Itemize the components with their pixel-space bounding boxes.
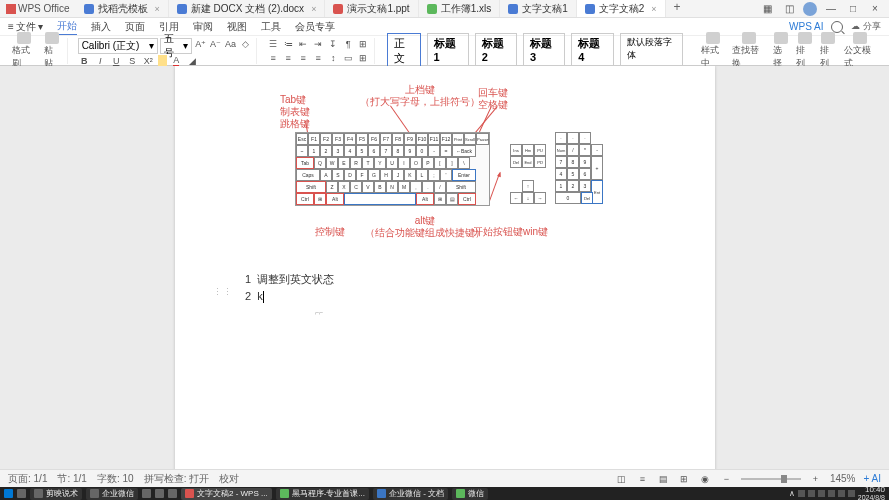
status-proof[interactable]: 校对 bbox=[219, 472, 239, 486]
taskbar-item[interactable]: 剪映说术 bbox=[30, 488, 82, 500]
paste-button[interactable]: 格式刷 bbox=[10, 32, 39, 70]
close-icon[interactable]: × bbox=[155, 4, 160, 14]
tab-template[interactable]: 找稻壳模板× bbox=[76, 0, 169, 17]
doc-line: 2k bbox=[245, 288, 334, 305]
style-h4[interactable]: 标题 4 bbox=[571, 33, 613, 69]
shading-button[interactable]: ▭ bbox=[342, 52, 355, 65]
menu-view[interactable]: 视图 bbox=[227, 20, 247, 34]
clock-time[interactable]: 10:40 bbox=[858, 486, 885, 494]
view-mode-icon[interactable]: ≡ bbox=[636, 472, 649, 485]
tray-icon[interactable] bbox=[798, 490, 805, 497]
style-h1[interactable]: 标题 1 bbox=[427, 33, 469, 69]
style-h2[interactable]: 标题 2 bbox=[475, 33, 517, 69]
taskbar-icon[interactable] bbox=[168, 489, 177, 498]
taskbar-item[interactable]: 文字文稿2 - WPS ... bbox=[181, 488, 272, 500]
tray-icon[interactable]: ∧ bbox=[789, 489, 795, 498]
align-center-button[interactable]: ≡ bbox=[282, 52, 295, 65]
taskbar-item[interactable]: 企业微信 - 文档 bbox=[373, 488, 448, 500]
style-pane-button[interactable]: 样式中 bbox=[699, 32, 728, 70]
tab-doc2[interactable]: 文字文稿2× bbox=[577, 0, 666, 17]
menu-review[interactable]: 审阅 bbox=[193, 20, 213, 34]
taskbar-icon[interactable] bbox=[155, 489, 164, 498]
arrange2-button[interactable]: 排列 bbox=[818, 32, 839, 70]
line-spacing-button[interactable]: ↕ bbox=[327, 52, 340, 65]
tray-icon[interactable] bbox=[828, 490, 835, 497]
style-normal[interactable]: 正文 bbox=[387, 33, 421, 69]
zoom-slider[interactable] bbox=[741, 478, 801, 480]
tabs-button[interactable]: ⊞ bbox=[357, 38, 370, 51]
zoom-in-button[interactable]: + bbox=[809, 472, 822, 485]
borders-button[interactable]: ⊞ bbox=[357, 52, 370, 65]
shrink-font-button[interactable]: A⁻ bbox=[209, 38, 222, 51]
para-mark-button[interactable]: ¶ bbox=[342, 38, 355, 51]
arrange1-button[interactable]: 排列 bbox=[794, 32, 815, 70]
menu-member[interactable]: 会员专享 bbox=[295, 20, 335, 34]
zoom-out-button[interactable]: − bbox=[720, 472, 733, 485]
taskbar-icon[interactable] bbox=[142, 489, 151, 498]
numbering-button[interactable]: ≔ bbox=[282, 38, 295, 51]
tab-doc1[interactable]: 文字文稿1 bbox=[500, 0, 577, 17]
tray-icon[interactable] bbox=[808, 490, 815, 497]
view-mode-icon[interactable]: ▤ bbox=[657, 472, 670, 485]
close-icon[interactable]: × bbox=[651, 4, 656, 14]
bullets-button[interactable]: ☰ bbox=[267, 38, 280, 51]
view-mode-icon[interactable]: ⊞ bbox=[678, 472, 691, 485]
indent-dec-button[interactable]: ⇤ bbox=[297, 38, 310, 51]
screenshot-icon[interactable]: ◫ bbox=[781, 1, 797, 17]
font-size-select[interactable]: 五号▾ bbox=[160, 38, 193, 54]
search-icon[interactable] bbox=[17, 489, 26, 498]
text-cursor bbox=[263, 291, 264, 303]
status-page[interactable]: 页面: 1/1 bbox=[8, 472, 47, 486]
maximize-button[interactable]: □ bbox=[845, 1, 861, 17]
style-default[interactable]: 默认段落字体 bbox=[620, 33, 683, 69]
align-right-button[interactable]: ≡ bbox=[297, 52, 310, 65]
menu-tools[interactable]: 工具 bbox=[261, 20, 281, 34]
taskbar-item[interactable]: 黑马程序-专业首课... bbox=[276, 488, 369, 500]
style-h3[interactable]: 标题 3 bbox=[523, 33, 565, 69]
minimize-button[interactable]: — bbox=[823, 1, 839, 17]
document-area: Tab键制表键跳格键 上档键（打大写字母，上排符号） 回车键空格键 控制键 al… bbox=[0, 66, 889, 482]
align-left-button[interactable]: ≡ bbox=[267, 52, 280, 65]
align-justify-button[interactable]: ≡ bbox=[312, 52, 325, 65]
case-button[interactable]: Aa bbox=[224, 38, 237, 51]
tab-ppt[interactable]: 演示文稿1.ppt bbox=[325, 0, 418, 17]
brush-button[interactable]: 粘贴 bbox=[42, 32, 63, 70]
tab-xls[interactable]: 工作簿1.xls bbox=[419, 0, 501, 17]
ai-button[interactable]: + AI bbox=[863, 473, 881, 484]
indent-inc-button[interactable]: ⇥ bbox=[312, 38, 325, 51]
add-tab-button[interactable]: + bbox=[666, 0, 689, 17]
grid-icon[interactable]: ▦ bbox=[759, 1, 775, 17]
start-button[interactable] bbox=[4, 489, 13, 498]
select-button[interactable]: 选择 bbox=[771, 32, 792, 70]
clear-format-button[interactable]: ◇ bbox=[239, 38, 252, 51]
avatar[interactable] bbox=[803, 2, 817, 16]
menu-insert[interactable]: 插入 bbox=[91, 20, 111, 34]
zoom-level[interactable]: 145% bbox=[830, 473, 856, 484]
tab-newdocx[interactable]: 新建 DOCX 文档 (2).docx× bbox=[169, 0, 326, 17]
taskbar-item[interactable]: 微信 bbox=[452, 488, 488, 500]
tray-icon[interactable] bbox=[818, 490, 825, 497]
page[interactable]: Tab键制表键跳格键 上档键（打大写字母，上排符号） 回车键空格键 控制键 al… bbox=[175, 66, 715, 482]
view-mode-icon[interactable]: ◉ bbox=[699, 472, 712, 485]
font-name-select[interactable]: Calibri (正文)▾ bbox=[78, 38, 158, 54]
tray-icon[interactable] bbox=[848, 490, 855, 497]
taskbar-item[interactable]: 企业微信 bbox=[86, 488, 138, 500]
menu-page[interactable]: 页面 bbox=[125, 20, 145, 34]
status-words[interactable]: 字数: 10 bbox=[97, 472, 134, 486]
view-mode-icon[interactable]: ◫ bbox=[615, 472, 628, 485]
document-body[interactable]: ⋮⋮ 1调整到英文状态 2k bbox=[245, 271, 334, 304]
sort-button[interactable]: ↧ bbox=[327, 38, 340, 51]
drag-handle-icon[interactable]: ⋮⋮ bbox=[213, 286, 233, 300]
ribbon: 格式刷 粘贴 Calibri (正文)▾ 五号▾ A⁺ A⁻ Aa ◇ B I … bbox=[0, 36, 889, 66]
official-mode-button[interactable]: 公文模式 bbox=[842, 32, 879, 70]
find-replace-button[interactable]: 查找替换 bbox=[730, 32, 767, 70]
page-break-icon: ⌐⌐ bbox=[315, 309, 323, 316]
clock-date[interactable]: 2024/8/8 bbox=[858, 494, 885, 500]
status-spell[interactable]: 拼写检查: 打开 bbox=[144, 472, 210, 486]
search-icon[interactable] bbox=[831, 21, 843, 33]
wps-ai-button[interactable]: WPS AI bbox=[789, 21, 823, 32]
close-icon[interactable]: × bbox=[311, 4, 316, 14]
grow-font-button[interactable]: A⁺ bbox=[194, 38, 207, 51]
close-button[interactable]: × bbox=[867, 1, 883, 17]
tray-icon[interactable] bbox=[838, 490, 845, 497]
